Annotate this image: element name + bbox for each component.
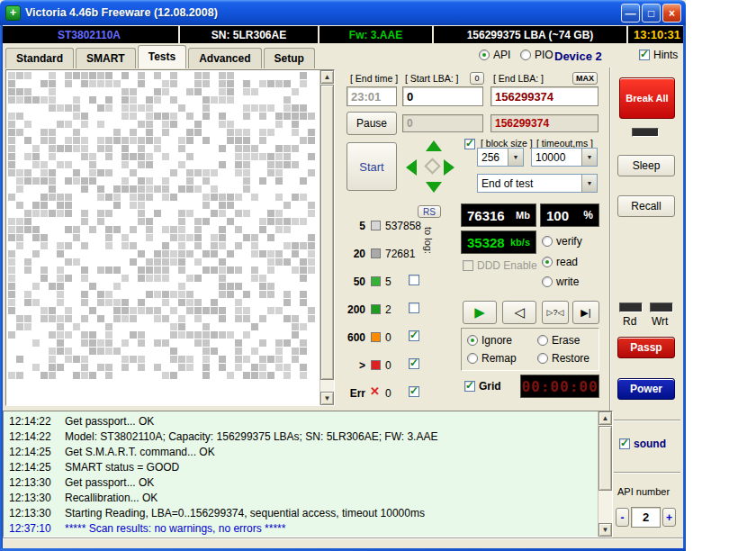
log-scrollbar[interactable]: ▲ ▼: [598, 411, 612, 537]
minimize-button[interactable]: —: [621, 4, 640, 23]
play-icon[interactable]: ▶: [463, 301, 497, 324]
current-lba-field: 0: [402, 114, 483, 132]
scrollbar-thumb[interactable]: [598, 426, 612, 491]
scan-block: [243, 80, 251, 88]
scroll-down-icon[interactable]: ▼: [598, 523, 612, 537]
api-number-field[interactable]: 2: [631, 507, 661, 528]
end-time-field[interactable]: 23:01: [346, 86, 397, 106]
scan-block: [65, 153, 73, 161]
ignore-radio[interactable]: Ignore: [467, 334, 512, 347]
to-log-checkbox[interactable]: [409, 330, 419, 341]
start-lba-input[interactable]: 0: [402, 86, 483, 106]
remap-radio[interactable]: Remap: [467, 352, 517, 365]
chevron-down-icon[interactable]: ▼: [581, 149, 597, 166]
to-log-checkbox[interactable]: [409, 358, 419, 369]
end-time-label: [ End time ]: [350, 73, 398, 84]
scan-block: [162, 315, 170, 323]
scan-block: [130, 137, 138, 145]
scan-block: [40, 283, 49, 291]
seek-up-icon[interactable]: [426, 140, 442, 151]
scan-block: [308, 258, 316, 266]
scan-block: [259, 88, 267, 96]
scroll-up-icon[interactable]: ▲: [320, 70, 334, 84]
scan-block: [32, 299, 40, 307]
recall-button[interactable]: Recall: [617, 195, 675, 217]
scan-block: [202, 356, 211, 364]
block-size-select[interactable]: 256 ▼: [477, 148, 524, 167]
scan-block: [130, 153, 138, 161]
pio-radio[interactable]: PIO: [520, 49, 554, 61]
butterfly-read-icon[interactable]: ▶|: [572, 301, 599, 324]
to-log-checkbox[interactable]: [409, 275, 419, 285]
scan-block: [16, 202, 24, 210]
end-lba-input[interactable]: 156299374: [490, 86, 598, 106]
scan-block: [292, 169, 300, 177]
scan-block: [138, 169, 146, 177]
tab-advanced[interactable]: Advanced: [188, 48, 261, 68]
power-button[interactable]: Power: [617, 378, 675, 400]
scan-block: [259, 242, 267, 250]
chevron-down-icon[interactable]: ▼: [508, 149, 523, 166]
scan-block: [49, 137, 57, 145]
tab-smart[interactable]: SMART: [76, 48, 136, 68]
latency-color-swatch: [371, 332, 381, 342]
to-log-checkbox[interactable]: [409, 386, 419, 397]
scan-block: [267, 96, 275, 104]
seek-down-icon[interactable]: [426, 182, 442, 193]
timeout-select[interactable]: 10000 ▼: [531, 148, 598, 167]
scan-block: [275, 96, 284, 104]
scroll-down-icon[interactable]: ▼: [320, 392, 334, 405]
pause-button[interactable]: Pause: [346, 112, 397, 135]
start-lba-zero-button[interactable]: 0: [470, 72, 484, 85]
scan-block: [300, 250, 308, 258]
scrollbar-thumb[interactable]: [320, 85, 334, 380]
grid-checkbox[interactable]: Grid: [464, 380, 501, 393]
tab-standard[interactable]: Standard: [5, 48, 74, 68]
max-lba-button[interactable]: MAX: [572, 72, 598, 85]
to-log-checkbox[interactable]: [409, 303, 419, 313]
maximize-button[interactable]: □: [642, 4, 661, 23]
sleep-button[interactable]: Sleep: [617, 155, 675, 176]
sound-checkbox[interactable]: sound: [619, 438, 666, 450]
end-of-test-select[interactable]: End of test ▼: [477, 174, 598, 193]
scan-block: [284, 210, 292, 218]
scan-block: [186, 242, 194, 250]
api-number-plus-button[interactable]: +: [662, 508, 676, 527]
seek-right-icon[interactable]: [444, 159, 454, 176]
erase-radio[interactable]: Erase: [537, 334, 580, 347]
scan-block: [170, 104, 178, 113]
tab-tests[interactable]: Tests: [138, 45, 186, 68]
chevron-down-icon[interactable]: ▼: [581, 175, 597, 192]
restore-radio[interactable]: Restore: [537, 352, 590, 365]
verify-radio[interactable]: verify: [542, 235, 582, 248]
scan-block: [227, 113, 235, 121]
scan-block: [130, 372, 138, 380]
tab-setup[interactable]: Setup: [264, 48, 315, 68]
scan-map-scrollbar[interactable]: ▲ ▼: [320, 70, 334, 405]
device-label[interactable]: Device 2: [554, 50, 602, 63]
scan-block: [154, 258, 162, 266]
ddd-enable-checkbox: DDD Enable: [463, 259, 537, 272]
scan-block: [8, 323, 16, 331]
start-button[interactable]: Start: [346, 142, 397, 191]
passp-button[interactable]: Passp: [617, 337, 675, 358]
write-radio[interactable]: write: [542, 276, 579, 288]
scan-block: [24, 218, 32, 226]
reverse-icon[interactable]: ◁: [502, 301, 536, 324]
scan-block: [65, 356, 73, 364]
random-read-icon[interactable]: ▷?◁: [542, 301, 569, 324]
seek-center-icon[interactable]: [424, 158, 440, 174]
seek-left-icon[interactable]: [406, 159, 417, 176]
read-radio[interactable]: read: [542, 256, 578, 268]
hints-checkbox[interactable]: Hints: [639, 49, 678, 61]
scan-block: [24, 266, 32, 275]
scan-block: [32, 121, 40, 129]
break-all-button[interactable]: Break All: [619, 77, 675, 119]
scan-block: [130, 356, 138, 364]
scroll-up-icon[interactable]: ▲: [598, 411, 612, 425]
scan-block: [275, 202, 284, 210]
api-number-minus-button[interactable]: -: [616, 508, 629, 527]
close-button[interactable]: ×: [662, 4, 681, 23]
scan-block: [251, 364, 259, 372]
api-radio[interactable]: API: [479, 49, 510, 61]
